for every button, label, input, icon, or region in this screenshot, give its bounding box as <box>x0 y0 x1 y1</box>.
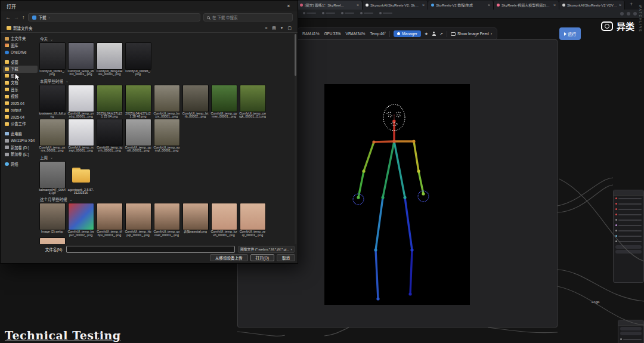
node-slider[interactable] <box>615 245 642 249</box>
sidebar-item-videos[interactable]: 视频 <box>3 93 38 100</box>
comfy-node[interactable] <box>618 320 644 343</box>
sidebar-item-drive[interactable]: Win11Pro X64 (C:) <box>3 137 38 144</box>
new-tab-icon[interactable]: + <box>630 1 633 7</box>
up-icon[interactable]: ↑ <box>22 14 25 20</box>
star-icon[interactable]: ★ <box>425 32 428 36</box>
browser-tab[interactable]: SkyworkAI/SkyReels-V2 V2V 540...× <box>559 1 625 10</box>
tab-close-icon[interactable]: × <box>553 3 556 7</box>
image-feed-toggle[interactable]: Show Image Feed › <box>451 32 492 36</box>
node-header[interactable] <box>614 190 643 196</box>
node-header[interactable] <box>618 320 643 326</box>
close-icon[interactable]: × <box>280 3 298 9</box>
scrollbar[interactable] <box>295 34 296 244</box>
upload-from-device-button[interactable]: 从移动设备上传 <box>210 254 248 261</box>
bookmark-item[interactable] <box>341 12 354 14</box>
file-tile[interactable]: ComfyUI_temp_rxzsyt_00001_.png <box>67 119 94 153</box>
sidebar-item-home[interactable]: 主文件夹 <box>3 35 38 42</box>
file-tile[interactable]: 表情nasstial.png <box>182 203 209 237</box>
node-slider[interactable] <box>620 332 642 335</box>
file-tile[interactable]: kalmanni(HF_00641).gif <box>39 162 66 195</box>
file-tile[interactable]: 2025年04月27日21 28 48.png <box>125 85 151 119</box>
file-tile[interactable]: ComfyUI_temp_ynzdxj_00001_.png <box>67 85 94 119</box>
manager-button[interactable]: Manager <box>394 30 421 37</box>
sidebar-item-drive[interactable]: 新加卷 (E:) <box>3 151 38 158</box>
chevron-down-icon[interactable]: ▾ <box>281 26 283 30</box>
sidebar-item-folder[interactable]: 公告工作 <box>3 120 38 128</box>
extension-icon[interactable] <box>620 12 624 16</box>
bookmark-item[interactable] <box>303 12 316 14</box>
share-icon[interactable]: ↗ <box>439 32 443 36</box>
scrollbar-thumb[interactable] <box>295 34 296 76</box>
tab-close-icon[interactable]: × <box>619 3 621 7</box>
bookmark-item[interactable] <box>379 12 392 14</box>
forward-icon[interactable]: → <box>14 14 19 20</box>
file-tile[interactable]: ComfyUI_bling-kaixiu_00001_.png <box>96 43 123 76</box>
node-slider[interactable] <box>620 327 642 330</box>
file-tile[interactable]: ComfyUI_temp_tqzrh_00001_.png <box>96 119 123 153</box>
filetype-select[interactable]: 图像文件 (*.webm;*.fif;*.jfif;*.gi... ▾ <box>238 246 295 253</box>
sidebar-item-download[interactable]: 下载 <box>3 66 38 73</box>
open-button[interactable]: 打开(O) <box>250 254 274 261</box>
group-header[interactable]: 本周早些时候⌄ <box>40 78 293 84</box>
sidebar-item-drive[interactable]: 新加卷 (D:) <box>3 144 38 152</box>
file-tile[interactable]: ComfyUI_temp_zyeko_00001_.png <box>39 238 66 244</box>
sidebar-item-folder[interactable]: 2025-04 <box>3 114 38 121</box>
sidebar-item-folder[interactable]: 2025-04 <box>3 100 38 107</box>
sidebar-item-folder[interactable]: output <box>3 107 38 114</box>
file-tile[interactable]: ComfyUI_temp_qunfil_00001_.png <box>125 119 151 153</box>
file-tile[interactable]: ComfyUI_temp_qymwr_00001_.png <box>210 85 237 119</box>
sidebar-item-desktop[interactable]: 桌面 <box>3 59 38 66</box>
user-icon[interactable] <box>432 32 436 36</box>
bookmark-item[interactable] <box>360 12 373 14</box>
browser-tab[interactable]: SkyReels-视频大模型视频2(4K...× <box>494 1 559 10</box>
file-tile[interactable]: lossisserr_UI_full.png <box>39 85 66 119</box>
tab-close-icon[interactable]: × <box>422 3 425 7</box>
breadcrumb[interactable]: 下载 › <box>28 13 201 21</box>
sidebar-item-cloud[interactable]: OneDrive <box>3 49 38 56</box>
file-tile[interactable]: ComfyUI_temp_lmjzx_00001_.png <box>153 85 180 119</box>
file-tile[interactable]: ComfyUI_temp_somyf_00001_.png <box>153 119 180 153</box>
browser-tab[interactable]: [图文] 跟练1：SkyReel...× <box>297 1 363 10</box>
group-header[interactable]: 这个月早些时候⌄ <box>40 196 293 202</box>
sidebar-item-gallery[interactable]: 图库 <box>3 42 38 50</box>
file-tile[interactable]: ComfyUI_00391_.png <box>39 43 66 76</box>
file-tile[interactable]: ComfyUI_temp_hbpqr_00001_.png <box>125 203 151 237</box>
sidebar-item-network[interactable]: 网络 <box>3 161 38 168</box>
sidebar-item-music[interactable]: 音乐 <box>3 86 38 94</box>
search-box[interactable] <box>203 13 293 21</box>
file-tile[interactable]: ComfyUI_temp_lcrvb_00001_.png <box>210 203 237 237</box>
browser-tab[interactable]: SkyworkAI/SkyReels-V2: SkyF...× <box>363 1 428 10</box>
tab-close-icon[interactable]: × <box>488 3 490 7</box>
filename-input[interactable] <box>66 246 235 253</box>
file-tile[interactable]: 2025年04月27日21 23 04.png <box>96 85 123 119</box>
file-tile[interactable]: ComfyUI_temp_zzqt_00001_.png <box>239 203 266 237</box>
file-tile[interactable]: ComfyUI_temp_bspvc_00002_.png <box>67 203 94 237</box>
sort-icon[interactable]: ≡ <box>265 26 267 30</box>
group-header[interactable]: 今天⌄ <box>40 36 293 42</box>
view-icon[interactable]: ▤ <box>272 26 276 30</box>
node-slider[interactable] <box>615 250 642 254</box>
comfy-node[interactable] <box>613 190 644 283</box>
file-tile[interactable]: ComfyUI_temp_cwrgk_00001_(1).png <box>239 85 266 119</box>
file-tile[interactable]: ComfyUI_00096_.png <box>125 43 151 76</box>
extension-icon[interactable] <box>627 12 630 16</box>
tab-close-icon[interactable]: × <box>357 3 359 7</box>
bookmark-item[interactable] <box>322 12 335 14</box>
profile-icon[interactable] <box>633 12 637 16</box>
breadcrumb-path[interactable]: 下载 <box>39 14 47 20</box>
run-button[interactable]: 运行 <box>559 27 581 40</box>
file-tile[interactable]: ComfyUI_temp_lztrb_00002_.png <box>182 85 209 119</box>
file-tile[interactable]: ComfyUI_temp_tifhpv_00001_.png <box>96 203 123 237</box>
file-tile[interactable]: ComfyUI_temp_qymwr_00001_.png <box>153 203 180 237</box>
sidebar-item-pc[interactable]: 此电脑 <box>3 131 38 138</box>
browser-tab[interactable]: SkyReels-V2 教程|生成× <box>428 1 494 10</box>
file-tile[interactable]: Image (2).webp <box>39 203 66 237</box>
cancel-button[interactable]: 取消 <box>277 254 295 261</box>
new-folder-button[interactable]: 新建文件夹 <box>7 25 33 31</box>
group-header[interactable]: 上周⌄ <box>40 154 293 160</box>
back-icon[interactable]: ← <box>5 14 11 20</box>
file-tile[interactable]: ComfyUI_temp_uxrzs_00001_.png <box>39 119 66 153</box>
file-tile[interactable]: agentwork_2.5.57.31231516 <box>67 162 94 195</box>
file-tile[interactable]: ComfyUI_temp_xbmv_00001_.png <box>67 43 94 76</box>
search-input[interactable] <box>212 16 289 20</box>
